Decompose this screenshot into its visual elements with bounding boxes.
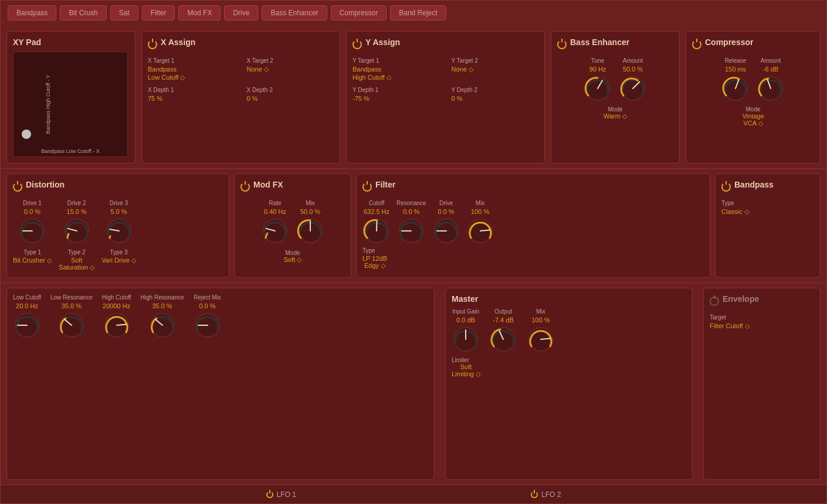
master-limiter-label: Limiter [452,357,469,363]
bandpass-power[interactable] [721,182,731,192]
low-cutoff-value: 20.0 Hz [16,302,38,309]
filter-power[interactable] [362,182,372,192]
svg-line-19 [377,222,377,231]
mod-fx-power[interactable] [240,182,250,192]
y-depth1-value: -75 % [353,94,440,103]
filter-cutoff-label: Cutoff [369,200,385,206]
filter-type-value[interactable]: LP 12dBEdgy ◇ [362,255,387,270]
envelope-power[interactable] [710,297,719,306]
band-reject-knobs-row: Low Cutoff 20.0 Hz Low Resonance 35 [13,294,428,339]
low-resonance-knob[interactable] [57,311,86,339]
y-target1: Y Target 1 BandpassHigh Cutoff ◇ [353,57,440,82]
high-cutoff-knob[interactable] [103,311,131,339]
bass-enhancer-knobs: Tune 90 Hz Amount [557,57,673,103]
drive1-knob[interactable] [18,217,46,245]
type1-value[interactable]: Bit Crusher ◇ [13,257,52,264]
master-output-value: -7.4 dB [493,316,513,323]
nav-tab-compressor[interactable]: Compressor [331,5,387,21]
filter-mix-container: Mix 100 % [466,200,494,245]
lfo2-power[interactable] [531,491,538,498]
x-depth1: X Depth 1 75 % [148,87,235,103]
x-assign-power[interactable] [148,40,157,49]
filter-mix-label: Mix [476,200,485,206]
type2-value[interactable]: SoftSaturation ◇ [59,257,94,271]
envelope-target-value[interactable]: Filter Cutoff ◇ [710,322,750,330]
drive2-knob[interactable] [63,217,91,245]
bass-amount-knob[interactable] [619,74,647,103]
drive3-container: Drive 3 5.0 % Type 3 Va [101,200,136,271]
master-limiter-value[interactable]: SoftLimiting ◇ [452,363,480,378]
high-resonance-knob[interactable] [148,311,177,339]
filter-drive-knob[interactable] [432,217,460,245]
compressor-knobs: Release 150 ms Amount [692,57,814,103]
envelope-panel: Envelope Target Filter Cutoff ◇ [703,288,821,480]
comp-mode-value[interactable]: VintageVCA ◇ [742,113,764,127]
svg-line-31 [117,325,126,325]
y-assign-power[interactable] [353,40,362,49]
y-depth2-label: Y Depth 2 [452,87,539,93]
nav-tab-bass_enhancer[interactable]: Bass Enhancer [262,5,327,21]
bass-enhancer-title: Bass Enhancer [570,38,629,47]
bass-enhancer-power[interactable] [557,40,567,49]
master-mix-knob[interactable] [527,325,555,353]
filter-resonance-label: Resonance [396,200,426,206]
xy-pad-panel: XY Pad Bandpass High Cutoff - Y Bandpass… [6,31,135,164]
nav-tab-sat[interactable]: Sat [110,5,138,21]
drive1-label: Drive 1 [23,200,42,206]
y-target2-value: None ◇ [452,65,539,73]
xy-pad-y-label: Bandpass High Cutoff - Y [45,74,51,134]
mod-rate-knob[interactable] [261,217,289,245]
bass-mode-label: Mode [608,106,622,113]
mod-mode-value[interactable]: Soft ◇ [284,256,302,264]
nav-tab-band_reject[interactable]: Band Reject [390,5,446,21]
bandpass-type-value[interactable]: Classic ◇ [721,208,749,216]
filter-mix-knob[interactable] [466,217,494,245]
type3-value[interactable]: Vari Drive ◇ [101,257,136,264]
nav-tab-modfx[interactable]: Mod FX [178,5,221,21]
comp-amount-label: Amount [761,57,781,64]
drive3-knob[interactable] [105,217,133,245]
bandpass-panel: Bandpass Type Classic ◇ [715,173,821,278]
y-target1-label: Y Target 1 [353,57,440,64]
comp-release-knob[interactable] [721,74,750,103]
bass-mode-value[interactable]: Warm ◇ [604,113,627,120]
mod-fx-title: Mod FX [253,180,283,189]
xy-pad-area[interactable]: Bandpass High Cutoff - Y Bandpass Low Cu… [13,52,128,157]
nav-tab-bitcrush[interactable]: Bit Crush [60,5,106,21]
compressor-panel: Compressor Release 150 ms [686,31,821,164]
lfo2-section: LFO 2 [531,491,561,499]
lfo1-section: LFO 1 [266,491,296,499]
filter-resonance-container: Resonance 0.0 % [396,200,426,245]
comp-amount-knob[interactable] [757,74,785,103]
compressor-power[interactable] [692,40,701,49]
lfo1-power[interactable] [266,491,273,498]
master-knobs-row: Input Gain 0.0 dB Output -7.4 dB [452,308,686,353]
mod-mix-knob[interactable] [296,217,324,245]
filter-resonance-knob[interactable] [397,217,425,245]
type2-row: Type 2 SoftSaturation ◇ [59,249,94,271]
y-depth2-value: 0 % [452,94,539,103]
low-cutoff-container: Low Cutoff 20.0 Hz [13,294,41,339]
master-output-container: Output -7.4 dB [489,308,517,353]
envelope-title: Envelope [723,294,759,304]
mod-rate-container: Rate 0.40 Hz [261,200,289,245]
lfo-bar: LFO 1 LFO 2 [1,485,826,503]
envelope-target-container: Target Filter Cutoff ◇ [710,314,814,330]
nav-tab-drive[interactable]: Drive [224,5,258,21]
nav-tab-filter[interactable]: Filter [142,5,175,21]
nav-tab-bandpass[interactable]: Bandpass [8,5,56,21]
master-output-knob[interactable] [489,325,517,353]
reject-mix-knob[interactable] [194,311,222,339]
mod-rate-label: Rate [269,200,281,206]
master-input-gain-knob[interactable] [452,325,480,353]
distortion-power[interactable] [13,182,22,192]
bass-tune-knob[interactable] [584,74,612,103]
low-cutoff-knob[interactable] [13,311,41,339]
drive1-container: Drive 1 0.0 % Type 1 Bit Crusher ◇ [13,200,52,271]
x-assign-panel: X Assign X Target 1 BandpassLow Cutoff ◇… [141,31,340,164]
x-target1: X Target 1 BandpassLow Cutoff ◇ [148,57,235,82]
bass-mode-row: Mode Warm ◇ [557,106,673,120]
filter-cutoff-knob[interactable] [362,217,391,245]
bass-amount-knob-container: Amount 50.0 % [619,57,647,103]
distortion-panel: Distortion Drive 1 0.0 % [6,173,229,278]
